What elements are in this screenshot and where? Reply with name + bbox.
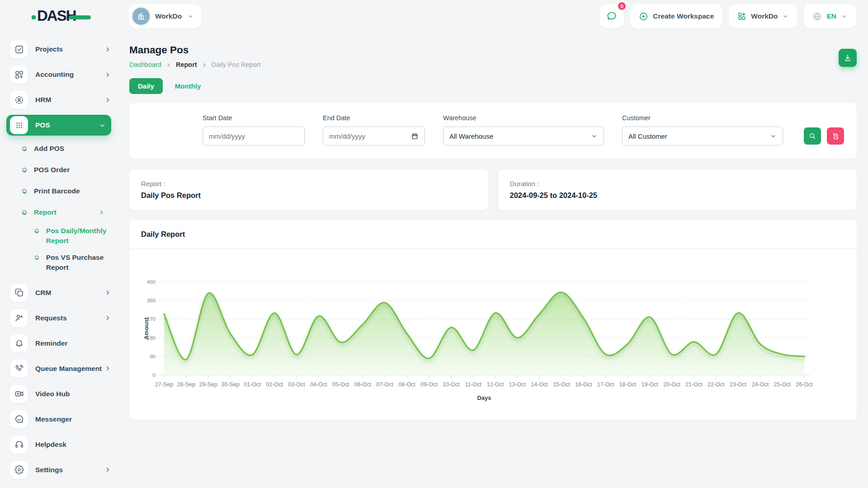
language-selector[interactable]: EN bbox=[804, 4, 856, 28]
breadcrumb-dashboard[interactable]: Dashboard bbox=[129, 61, 161, 68]
end-date-input[interactable] bbox=[323, 127, 425, 145]
end-date-label: End Date bbox=[323, 114, 425, 122]
account-menu-label: WorkDo bbox=[751, 12, 778, 20]
svg-text:450: 450 bbox=[147, 279, 156, 285]
breadcrumb-current-page: Daily Pos Report bbox=[212, 61, 261, 68]
messages-badge: 0 bbox=[617, 1, 627, 11]
chart-title: Daily Report bbox=[129, 220, 857, 249]
dash-logo[interactable]: DASH bbox=[32, 7, 91, 24]
svg-text:26-Oct: 26-Oct bbox=[796, 381, 813, 388]
svg-text:24-Oct: 24-Oct bbox=[752, 381, 769, 388]
sidebar-item-pos-daily-monthly-report[interactable]: Pos Daily/Monthly Report bbox=[34, 226, 111, 245]
workspace-switcher[interactable]: WorkDo bbox=[129, 4, 201, 28]
sidebar-item-requests[interactable]: Requests bbox=[10, 308, 111, 328]
tab-monthly[interactable]: Monthly bbox=[175, 82, 201, 90]
chevron-right-icon bbox=[104, 289, 111, 296]
calendar-icon bbox=[411, 132, 419, 140]
svg-text:09-Oct: 09-Oct bbox=[420, 381, 438, 388]
sidebar-item-print-barcode[interactable]: Print Barcode bbox=[22, 183, 111, 199]
projects-icon bbox=[10, 40, 28, 58]
svg-text:01-Oct: 01-Oct bbox=[244, 381, 261, 388]
reset-filter-button[interactable] bbox=[827, 127, 844, 145]
sidebar-item-pos[interactable]: POS bbox=[6, 115, 111, 136]
video-camera-icon bbox=[10, 385, 28, 403]
create-workspace-label: Create Workspace bbox=[653, 12, 714, 20]
sidebar-item-report[interactable]: Report bbox=[22, 205, 111, 220]
headset-icon bbox=[10, 436, 28, 454]
chevron-right-icon bbox=[104, 365, 111, 372]
accounting-icon bbox=[10, 66, 28, 84]
apply-filter-button[interactable] bbox=[804, 127, 821, 145]
svg-text:07-Oct: 07-Oct bbox=[377, 381, 394, 388]
breadcrumb-report[interactable]: Report bbox=[176, 61, 197, 68]
sidebar-item-messenger[interactable]: Messenger bbox=[10, 409, 111, 430]
svg-text:0: 0 bbox=[153, 372, 156, 378]
sidebar-item-crm[interactable]: CRM bbox=[10, 282, 111, 303]
start-date-group: Start Date bbox=[203, 114, 305, 145]
sidebar-item-hrm[interactable]: HRM bbox=[10, 89, 111, 110]
svg-text:19-Oct: 19-Oct bbox=[642, 381, 659, 388]
svg-text:90: 90 bbox=[150, 354, 156, 359]
svg-text:04-Oct: 04-Oct bbox=[310, 381, 327, 388]
daily-report-card: Daily Report 09018027036045027-Sep28-Sep… bbox=[129, 220, 857, 420]
sidebar-item-video-hub[interactable]: Video Hub bbox=[10, 384, 111, 404]
sidebar-item-helpdesk[interactable]: Helpdesk bbox=[10, 434, 111, 455]
download-button[interactable] bbox=[839, 49, 857, 67]
report-summary-value: Daily Pos Report bbox=[141, 191, 476, 200]
svg-text:12-Oct: 12-Oct bbox=[487, 381, 504, 388]
pos-submenu: Add POS POS Order Print Barcode Report P… bbox=[10, 140, 111, 282]
svg-text:06-Oct: 06-Oct bbox=[354, 381, 372, 388]
logo-bar bbox=[69, 15, 91, 19]
account-menu[interactable]: WorkDo bbox=[729, 4, 797, 28]
tab-daily[interactable]: Daily bbox=[129, 78, 163, 94]
warehouse-select[interactable]: All Warehouse bbox=[443, 127, 604, 145]
sidebar-item-queue-management[interactable]: Queue Management bbox=[10, 358, 111, 379]
warehouse-group: Warehouse All Warehouse bbox=[443, 114, 604, 145]
customer-select[interactable]: All Customer bbox=[622, 127, 783, 145]
calendar-icon bbox=[291, 132, 298, 140]
messages-button[interactable]: 0 bbox=[599, 4, 624, 28]
report-period-tabs: Daily Monthly bbox=[129, 78, 857, 94]
breadcrumb: Dashboard Report Daily Pos Report bbox=[129, 61, 857, 68]
svg-text:14-Oct: 14-Oct bbox=[531, 381, 548, 388]
sidebar-item-settings[interactable]: Settings bbox=[10, 460, 111, 480]
workspace-avatar bbox=[132, 8, 150, 25]
bullet-ring-icon bbox=[22, 167, 27, 173]
svg-text:03-Oct: 03-Oct bbox=[288, 381, 305, 388]
end-date-group: End Date bbox=[323, 114, 425, 145]
chart-area: 09018027036045027-Sep28-Sep29-Sep30-Sep0… bbox=[129, 249, 857, 420]
sidebar-item-pos-vs-purchase-report[interactable]: Pos VS Purchase Report bbox=[34, 253, 111, 272]
svg-text:18-Oct: 18-Oct bbox=[619, 381, 637, 388]
chevron-right-icon bbox=[104, 97, 111, 103]
create-workspace-button[interactable]: Create Workspace bbox=[630, 4, 722, 28]
svg-text:08-Oct: 08-Oct bbox=[398, 381, 415, 388]
language-label: EN bbox=[826, 12, 836, 20]
svg-text:13-Oct: 13-Oct bbox=[509, 381, 526, 388]
start-date-input[interactable] bbox=[203, 127, 305, 145]
filter-panel: Start Date End Date Warehouse All Wareho… bbox=[129, 103, 857, 159]
bullet-ring-icon bbox=[22, 146, 27, 151]
sidebar-item-accounting[interactable]: Accounting bbox=[10, 64, 111, 85]
chat-bubble-icon bbox=[606, 10, 618, 22]
sidebar-item-pos-order[interactable]: POS Order bbox=[22, 162, 111, 178]
end-date-field[interactable] bbox=[329, 132, 407, 140]
sidebar-item-add-pos[interactable]: Add POS bbox=[22, 141, 111, 156]
sidebar-item-projects[interactable]: Projects bbox=[10, 39, 111, 60]
start-date-field[interactable] bbox=[209, 132, 287, 140]
top-header: DASH WorkDo 0 Create Workspace WorkDo bbox=[0, 0, 868, 33]
filter-actions bbox=[804, 127, 844, 145]
sidebar-item-reminder[interactable]: Reminder bbox=[10, 333, 111, 354]
chevron-down-icon bbox=[770, 133, 777, 140]
download-icon bbox=[843, 53, 852, 62]
svg-text:Days: Days bbox=[477, 394, 491, 401]
chevron-right-icon bbox=[202, 62, 207, 68]
svg-text:25-Oct: 25-Oct bbox=[774, 381, 791, 388]
customer-selected-value: All Customer bbox=[628, 132, 667, 140]
clear-filter-icon bbox=[832, 132, 840, 140]
plus-circle-icon bbox=[639, 12, 648, 21]
requests-icon bbox=[10, 309, 28, 327]
svg-text:02-Oct: 02-Oct bbox=[266, 381, 283, 388]
phone-icon bbox=[10, 360, 28, 378]
globe-icon bbox=[812, 12, 822, 21]
search-icon bbox=[808, 132, 816, 140]
